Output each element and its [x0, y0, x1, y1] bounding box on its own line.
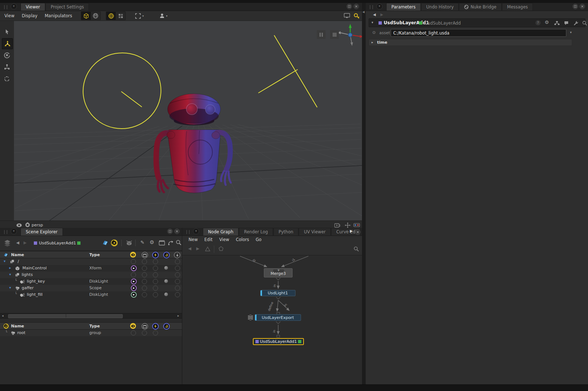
param-nav-back-icon[interactable]: ◀	[373, 12, 376, 17]
tab-render-log[interactable]: Render Log	[239, 228, 273, 236]
shaded-mode-button[interactable]	[81, 12, 91, 20]
camera-label[interactable]: persp	[32, 223, 43, 227]
menu-display[interactable]: Display	[18, 13, 41, 18]
node-merge3[interactable]: ▼ Merge3	[264, 268, 293, 277]
light-manipulator-lines[interactable]	[258, 35, 317, 107]
graph-search-button[interactable]	[354, 246, 359, 252]
menu-colors[interactable]: Colors	[233, 237, 252, 242]
pane-close-button[interactable]	[354, 4, 359, 9]
search-button[interactable]	[176, 240, 182, 245]
pane-drag-handle[interactable]	[370, 5, 373, 9]
tab-scroll-right-icon[interactable]: ▶	[350, 229, 353, 233]
katana-mode-button[interactable]	[111, 239, 118, 247]
pane-menu-button[interactable]: ▾	[193, 228, 199, 234]
katana-column-icon[interactable]	[163, 252, 170, 258]
pane-drag-handle[interactable]	[186, 230, 190, 234]
tab-node-graph[interactable]: Node Graph	[203, 228, 239, 236]
node-dropdown-icon[interactable]: ▼	[273, 269, 284, 272]
scroll-left-icon[interactable]: ◂	[2, 314, 4, 318]
robot-model[interactable]	[156, 94, 231, 193]
load-column-icon[interactable]	[174, 252, 180, 258]
node-graph-canvas[interactable]: i0 i1 in define in in ▼ Merge3 UsdLight1…	[182, 255, 363, 384]
menu-manipulators[interactable]: Manipulators	[41, 13, 76, 18]
geometry-badge[interactable]	[164, 266, 168, 270]
camera-select-button[interactable]	[25, 222, 30, 227]
horizontal-scrollbar[interactable]: ◂ ▸	[0, 313, 182, 319]
nav-back-icon[interactable]: ◀	[188, 246, 191, 251]
scale-tool-button[interactable]	[2, 62, 12, 72]
pane-menu-button[interactable]: ▾	[11, 228, 17, 234]
pause-render-button[interactable]	[317, 30, 326, 39]
transform-orientation-button[interactable]	[2, 73, 12, 84]
visibility-eye-badge[interactable]	[131, 285, 137, 291]
render-column-icon[interactable]	[141, 252, 148, 258]
help-icon[interactable]: ?	[535, 20, 541, 25]
working-set-button[interactable]	[126, 240, 133, 246]
rotate-tool-button[interactable]	[2, 50, 12, 60]
table-row[interactable]: ▸ MainControl Xform	[0, 265, 182, 272]
tab-uv-viewer[interactable]: UV Viewer	[299, 228, 331, 236]
up-level-icon[interactable]	[205, 247, 210, 251]
column-type[interactable]: Type	[89, 252, 100, 257]
scroll-right-icon[interactable]: ▸	[178, 314, 179, 318]
table-row[interactable]: ▾ lights	[0, 272, 182, 278]
menu-edit[interactable]: Edit	[201, 237, 216, 242]
live-render-column-icon[interactable]	[152, 252, 159, 258]
axis-gizmo-icon[interactable]	[337, 24, 362, 46]
table-row[interactable]: └ light_fill DiskLight	[0, 291, 182, 298]
tab-undo-history[interactable]: Undo History	[421, 3, 459, 11]
collapse-left-icon[interactable]: ◀	[362, 10, 365, 14]
menu-view[interactable]: View	[1, 13, 18, 18]
stereo-view-button[interactable]	[354, 223, 360, 227]
pane-divider[interactable]: ◀	[362, 3, 366, 384]
visibility-eye-badge[interactable]	[131, 279, 137, 284]
menu-view[interactable]: View	[216, 237, 232, 242]
visibility-column-icon[interactable]	[130, 252, 136, 258]
tab-messages[interactable]: Messages	[502, 3, 533, 11]
wrench-icon[interactable]	[573, 21, 578, 26]
geometry-badge[interactable]	[164, 293, 168, 296]
live-render-column-icon[interactable]	[152, 323, 159, 330]
pane-drag-handle[interactable]	[4, 5, 7, 9]
select-tool-button[interactable]	[2, 26, 12, 37]
table-row[interactable]: ▾ /	[0, 258, 182, 265]
scrollbar-thumb[interactable]	[8, 314, 123, 318]
pane-close-button[interactable]	[580, 4, 585, 9]
pane-close-button[interactable]	[174, 229, 180, 234]
world-mode-button[interactable]	[91, 12, 100, 20]
asset-input[interactable]: C:/Katana/robot_light.usda	[391, 29, 566, 37]
tab-nuke-bridge[interactable]: Nuke Bridge	[459, 3, 501, 11]
menu-new[interactable]: New	[185, 237, 201, 242]
visibility-button[interactable]	[16, 223, 22, 227]
snapshot-button[interactable]	[352, 12, 361, 20]
light-manipulator-circle[interactable]	[77, 47, 167, 135]
stop-render-button[interactable]	[330, 30, 339, 39]
tab-parameters[interactable]: Parameters	[386, 3, 421, 11]
tab-scene-explorer[interactable]: Scene Explorer	[21, 228, 63, 236]
visibility-column-icon[interactable]	[130, 323, 136, 329]
param-state-icon[interactable]: ⊙	[372, 30, 376, 35]
pane-close-button[interactable]	[355, 229, 361, 235]
gear-icon[interactable]: ⚙	[150, 239, 154, 245]
gear-icon[interactable]: ⚙	[545, 19, 549, 25]
time-group-row[interactable]: ▸ time	[369, 39, 572, 46]
expander-icon[interactable]: ▾	[9, 286, 11, 290]
node-usdlight1[interactable]: UsdLight1	[260, 290, 295, 296]
pane-split-button[interactable]	[573, 4, 578, 9]
menu-go[interactable]: Go	[252, 237, 265, 242]
table-row[interactable]: └ root group	[0, 330, 182, 336]
pan-mode-button[interactable]	[345, 222, 351, 228]
hierarchy-icon[interactable]	[554, 21, 560, 25]
render-column-icon[interactable]	[141, 323, 148, 330]
translate-tool-button[interactable]	[2, 38, 13, 49]
comment-bubble-icon[interactable]	[564, 21, 569, 26]
pencil-icon[interactable]: ✎	[140, 240, 144, 245]
nav-forward-icon[interactable]: ▶	[196, 246, 199, 251]
pane-menu-button[interactable]: ▾	[376, 3, 383, 10]
viewport-3d[interactable]	[14, 21, 362, 220]
pane-split-button[interactable]	[167, 229, 173, 234]
tab-python[interactable]: Python	[273, 228, 298, 236]
expander-icon[interactable]: ▸	[9, 266, 11, 270]
geometry-badge[interactable]	[164, 279, 168, 283]
table-row[interactable]: └ light_key DiskLight	[0, 278, 182, 285]
